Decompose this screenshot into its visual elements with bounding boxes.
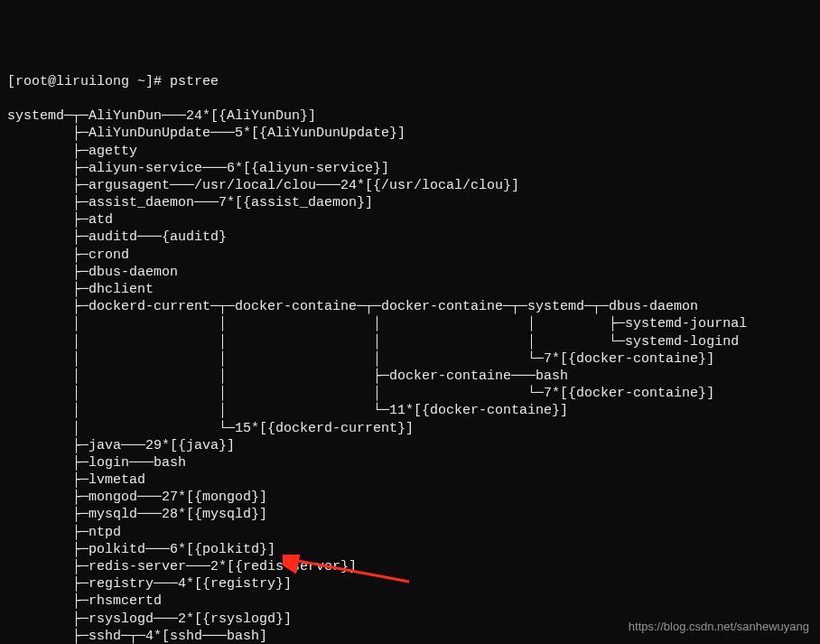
pstree-line: │ │ │ └─7*[{docker-containe}] bbox=[7, 350, 813, 368]
pstree-line: ├─polkitd───6*[{polkitd}] bbox=[7, 541, 813, 558]
terminal-prompt: [root@liruilong ~]# pstree bbox=[7, 73, 813, 90]
pstree-line: ├─agetty bbox=[7, 143, 813, 160]
watermark-text: https://blog.csdn.net/sanhewuyang bbox=[629, 620, 809, 635]
pstree-line: ├─dockerd-current─┬─docker-containe─┬─do… bbox=[7, 298, 813, 315]
pstree-line: │ └─15*[{dockerd-current}] bbox=[7, 420, 813, 437]
pstree-line: ├─auditd───{auditd} bbox=[7, 229, 813, 246]
pstree-line: ├─assist_daemon───7*[{assist_daemon}] bbox=[7, 194, 813, 211]
pstree-line: ├─dbus-daemon bbox=[7, 264, 813, 281]
pstree-line: │ │ │ │ ├─systemd-journal bbox=[7, 315, 813, 332]
pstree-line: ├─mongod───27*[{mongod}] bbox=[7, 489, 813, 506]
pstree-line: ├─atd bbox=[7, 211, 813, 229]
pstree-line: │ │ ├─docker-containe───bash bbox=[7, 368, 813, 385]
pstree-line: ├─java───29*[{java}] bbox=[7, 437, 813, 454]
pstree-line: ├─AliYunDunUpdate───5*[{AliYunDunUpdate}… bbox=[7, 125, 813, 142]
pstree-line: systemd─┬─AliYunDun───24*[{AliYunDun}] bbox=[7, 107, 813, 125]
pstree-line: ├─dhclient bbox=[7, 281, 813, 298]
pstree-line: ├─registry───4*[{registry}] bbox=[7, 575, 813, 593]
pstree-line: ├─ntpd bbox=[7, 524, 813, 541]
pstree-line: ├─mysqld───28*[{mysqld}] bbox=[7, 506, 813, 523]
pstree-output: systemd─┬─AliYunDun───24*[{AliYunDun}] ├… bbox=[7, 107, 813, 644]
pstree-line: ├─crond bbox=[7, 247, 813, 264]
pstree-line: ├─rhsmcertd bbox=[7, 593, 813, 610]
pstree-line: ├─login───bash bbox=[7, 454, 813, 471]
pstree-line: │ │ │ └─7*[{docker-containe}] bbox=[7, 385, 813, 402]
pstree-line: ├─redis-server───2*[{redis-server}] bbox=[7, 558, 813, 575]
pstree-line: ├─aliyun-service───6*[{aliyun-service}] bbox=[7, 160, 813, 177]
pstree-line: ├─lvmetad bbox=[7, 471, 813, 489]
pstree-line: │ │ │ │ └─systemd-logind bbox=[7, 333, 813, 350]
pstree-line: │ │ └─11*[{docker-containe}] bbox=[7, 402, 813, 419]
pstree-line: ├─argusagent───/usr/local/clou───24*[{/u… bbox=[7, 177, 813, 194]
